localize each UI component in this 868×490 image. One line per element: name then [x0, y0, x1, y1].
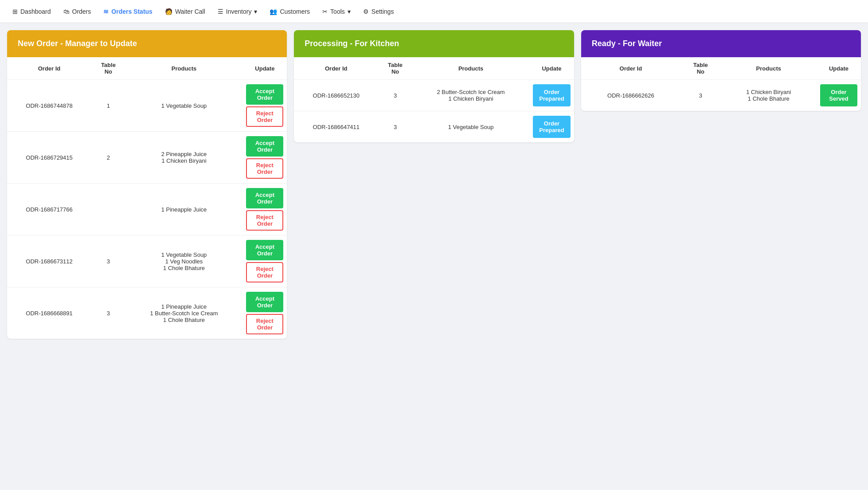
waiter-call-icon: 🧑: [165, 8, 172, 15]
nav-label-dashboard: Dashboard: [20, 8, 51, 15]
order-id: ODR-1686717766: [7, 184, 91, 235]
table-ready: Order IdTableNoProductsUpdateODR-1686662…: [581, 57, 861, 111]
table-row: ODR-168674487811 Vegetable SoupAccept Or…: [7, 80, 287, 132]
nav-item-customers[interactable]: 👥Customers: [264, 5, 315, 18]
col-header-order-id: Order Id: [7, 57, 91, 80]
col-header-products: Products: [125, 57, 243, 80]
col-header-products: Products: [721, 57, 817, 80]
reject-order-button[interactable]: Reject Order: [246, 314, 283, 334]
column-header-ready: Ready - For Waiter: [581, 30, 861, 57]
nav-item-settings[interactable]: ⚙Settings: [358, 5, 399, 18]
update-cell: Order Served: [817, 80, 861, 111]
accept-order-button[interactable]: Accept Order: [246, 240, 283, 260]
nav-label-orders: Orders: [72, 8, 91, 15]
order-id: ODR-1686662626: [581, 80, 680, 111]
products: 1 Vegetable Soup1 Veg Noodles1 Chole Bha…: [125, 235, 243, 287]
col-header-table-no: TableNo: [91, 57, 125, 80]
orders-icon: 🛍: [63, 8, 70, 15]
main-content: New Order - Manager to UpdateOrder IdTab…: [0, 23, 868, 346]
order-id: ODR-1686652130: [294, 80, 378, 111]
column-header-processing: Processing - For Kitchen: [294, 30, 574, 57]
table-row: ODR-168666262631 Chicken Biryani1 Chole …: [581, 80, 861, 111]
nav-item-tools[interactable]: ✂Tools ▾: [317, 5, 356, 18]
dashboard-icon: ⊞: [12, 8, 18, 15]
col-header-table-no: TableNo: [378, 57, 412, 80]
chevron-down-icon: ▾: [254, 8, 257, 15]
orders-status-icon: ≋: [103, 8, 109, 15]
nav-label-orders-status: Orders Status: [111, 8, 152, 15]
accept-order-button[interactable]: Accept Order: [246, 84, 283, 105]
update-cell: Accept OrderReject Order: [242, 132, 287, 184]
products: 2 Pineapple Juice1 Chicken Biryani: [125, 132, 243, 184]
table-no: 3: [680, 80, 720, 111]
table-no: 2: [91, 132, 125, 184]
order-prepared-button[interactable]: Order Prepared: [533, 84, 570, 106]
update-cell: Accept OrderReject Order: [242, 184, 287, 235]
order-id: ODR-1686668891: [7, 287, 91, 339]
chevron-down-icon: ▾: [348, 8, 351, 15]
update-cell: Accept OrderReject Order: [242, 235, 287, 287]
table-no: 3: [378, 111, 412, 143]
table-no: 1: [91, 80, 125, 132]
col-header-update: Update: [242, 57, 287, 80]
column-new-order: New Order - Manager to UpdateOrder IdTab…: [7, 30, 287, 339]
table-processing: Order IdTableNoProductsUpdateODR-1686652…: [294, 57, 574, 142]
order-id: ODR-1686729415: [7, 132, 91, 184]
inventory-icon: ☰: [218, 8, 223, 15]
accept-order-button[interactable]: Accept Order: [246, 188, 283, 208]
column-header-new-order: New Order - Manager to Update: [7, 30, 287, 57]
table-no: 3: [378, 80, 412, 111]
accept-order-button[interactable]: Accept Order: [246, 292, 283, 312]
nav-label-inventory: Inventory: [226, 8, 252, 15]
order-prepared-button[interactable]: Order Prepared: [533, 116, 570, 138]
nav-item-dashboard[interactable]: ⊞Dashboard: [7, 5, 56, 18]
nav-label-waiter-call: Waiter Call: [175, 8, 205, 15]
table-row: ODR-168672941522 Pineapple Juice1 Chicke…: [7, 132, 287, 184]
reject-order-button[interactable]: Reject Order: [246, 210, 283, 231]
products: 1 Vegetable Soup: [125, 80, 243, 132]
reject-order-button[interactable]: Reject Order: [246, 106, 283, 127]
nav-item-orders[interactable]: 🛍Orders: [58, 5, 97, 18]
table-row: ODR-16867177661 Pineapple JuiceAccept Or…: [7, 184, 287, 235]
update-cell: Accept OrderReject Order: [242, 80, 287, 132]
tools-icon: ✂: [322, 8, 328, 15]
col-header-products: Products: [412, 57, 529, 80]
nav-item-orders-status[interactable]: ≋Orders Status: [98, 5, 158, 18]
col-header-order-id: Order Id: [294, 57, 378, 80]
reject-order-button[interactable]: Reject Order: [246, 158, 283, 179]
products: 2 Butter-Scotch Ice Cream1 Chicken Birya…: [412, 80, 529, 111]
settings-icon: ⚙: [363, 8, 369, 15]
update-cell: Accept OrderReject Order: [242, 287, 287, 339]
col-header-order-id: Order Id: [581, 57, 680, 80]
nav-label-customers: Customers: [280, 8, 310, 15]
order-id: ODR-1686744878: [7, 80, 91, 132]
products: 1 Pineapple Juice1 Butter-Scotch Ice Cre…: [125, 287, 243, 339]
navbar: ⊞Dashboard🛍Orders≋Orders Status🧑Waiter C…: [0, 0, 868, 23]
table-row: ODR-168667311231 Vegetable Soup1 Veg Noo…: [7, 235, 287, 287]
col-header-table-no: TableNo: [680, 57, 720, 80]
products: 1 Chicken Biryani1 Chole Bhature: [721, 80, 817, 111]
accept-order-button[interactable]: Accept Order: [246, 136, 283, 157]
nav-item-waiter-call[interactable]: 🧑Waiter Call: [160, 5, 211, 18]
table-new-order: Order IdTableNoProductsUpdateODR-1686744…: [7, 57, 287, 339]
products: 1 Vegetable Soup: [412, 111, 529, 143]
column-processing: Processing - For KitchenOrder IdTableNoP…: [294, 30, 574, 142]
table-no: 3: [91, 287, 125, 339]
col-header-update: Update: [529, 57, 574, 80]
table-row: ODR-168666889131 Pineapple Juice1 Butter…: [7, 287, 287, 339]
order-id: ODR-1686647411: [294, 111, 378, 143]
nav-label-tools: Tools: [330, 8, 345, 15]
table-no: 3: [91, 235, 125, 287]
customers-icon: 👥: [270, 8, 277, 15]
table-row: ODR-168665213032 Butter-Scotch Ice Cream…: [294, 80, 574, 111]
reject-order-button[interactable]: Reject Order: [246, 262, 283, 282]
col-header-update: Update: [817, 57, 861, 80]
table-no: [91, 184, 125, 235]
order-id: ODR-1686673112: [7, 235, 91, 287]
table-row: ODR-168664741131 Vegetable SoupOrder Pre…: [294, 111, 574, 143]
column-ready: Ready - For WaiterOrder IdTableNoProduct…: [581, 30, 861, 111]
products: 1 Pineapple Juice: [125, 184, 243, 235]
nav-item-inventory[interactable]: ☰Inventory ▾: [212, 5, 263, 18]
nav-label-settings: Settings: [371, 8, 394, 15]
order-served-button[interactable]: Order Served: [820, 84, 857, 106]
